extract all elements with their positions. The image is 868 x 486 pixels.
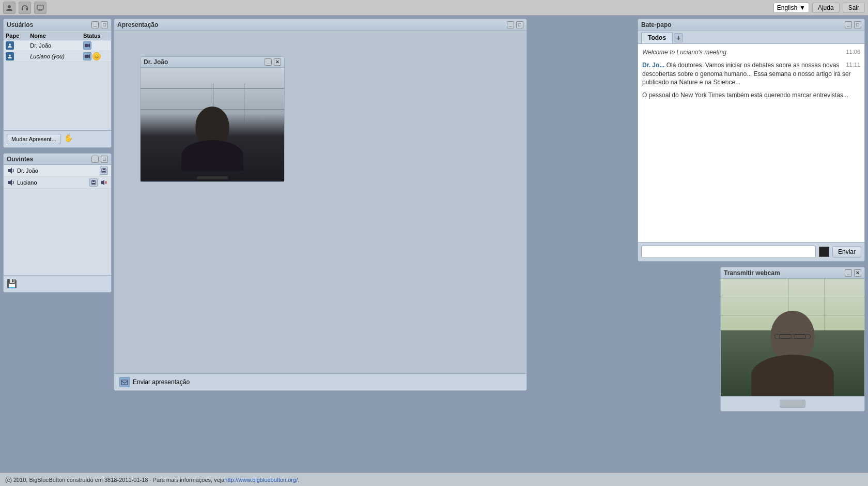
- batepapo-controls: _ □: [845, 21, 861, 28]
- chat-footer: Enviar: [638, 242, 864, 261]
- volume-icon[interactable]: [100, 178, 108, 187]
- webcam-video: [721, 279, 864, 396]
- camera-icon: [83, 41, 91, 50]
- batepapo-title: Bate-papo: [641, 21, 672, 28]
- users-panel: Usuários _ □ Pape Nome Status: [3, 19, 112, 148]
- chat-messages: 11:06 Welcome to Luciano's meeting. 11:1…: [638, 44, 864, 242]
- webcam-controls: _ ✕: [845, 269, 861, 277]
- col-status: Status: [81, 32, 111, 40]
- close-button[interactable]: ✕: [854, 269, 861, 277]
- smiley-icon: 😊: [92, 52, 101, 60]
- speaker-icon: [7, 166, 15, 175]
- webcam-panel: Transmitir webcam _ ✕: [720, 267, 865, 412]
- apresentacao-header: Apresentação _ □: [114, 19, 526, 31]
- svg-point-0: [8, 5, 11, 8]
- tab-add-button[interactable]: +: [674, 33, 683, 42]
- users-panel-title: Usuários: [7, 21, 33, 28]
- svg-rect-1: [22, 8, 23, 10]
- minimize-button[interactable]: _: [507, 21, 514, 28]
- language-label: English: [777, 4, 797, 11]
- message-sender: Dr. Jo...: [642, 62, 667, 69]
- video-popup-title: Dr. João: [144, 58, 168, 66]
- batepapo-header: Bate-papo _ □: [638, 19, 864, 31]
- ajuda-button[interactable]: Ajuda: [812, 3, 840, 13]
- svg-rect-21: [121, 380, 128, 385]
- listener-name: Luciano: [17, 179, 87, 186]
- apresentacao-controls: _ □: [507, 21, 523, 28]
- text-color-swatch[interactable]: [819, 247, 829, 257]
- svg-rect-3: [37, 5, 43, 9]
- users-table: Pape Nome Status Dr. João: [4, 32, 111, 62]
- sair-button[interactable]: Sair: [843, 3, 865, 13]
- video-frame: [141, 68, 284, 181]
- camera-icon: [83, 52, 91, 60]
- message-text: Welcome to Luciano's meeting.: [642, 49, 728, 56]
- svg-marker-18: [101, 180, 104, 185]
- website-link[interactable]: http://www.bigbluebutton.org/: [224, 477, 298, 483]
- list-item: Dr. João: [4, 165, 111, 177]
- svg-marker-10: [8, 168, 12, 174]
- svg-rect-5: [85, 44, 88, 47]
- language-selector[interactable]: English ▼: [773, 3, 809, 13]
- video-progress-bar[interactable]: [197, 176, 228, 179]
- svg-rect-13: [102, 171, 105, 172]
- svg-marker-9: [88, 54, 90, 58]
- user-name: Dr. João: [28, 40, 81, 51]
- ouvintes-panel-controls: _ □: [91, 156, 108, 163]
- enviar-button[interactable]: Enviar: [832, 246, 861, 257]
- ouvintes-panel-header: Ouvintes _ □: [4, 154, 111, 165]
- speaker-icon: [7, 178, 15, 187]
- users-panel-header: Usuários _ □: [4, 19, 111, 31]
- chat-message: 11:11 Dr. Jo... Olá doutores. Vamos inic…: [642, 61, 860, 87]
- icon-monitor[interactable]: [34, 2, 47, 14]
- chevron-down-icon: ▼: [799, 4, 805, 11]
- svg-rect-12: [103, 169, 105, 170]
- listener-name: Dr. João: [17, 168, 98, 174]
- close-button[interactable]: ✕: [274, 58, 281, 66]
- chat-input[interactable]: [641, 246, 816, 258]
- tab-todos[interactable]: Todos: [641, 32, 673, 43]
- webcam-header: Transmitir webcam _ ✕: [721, 267, 864, 279]
- maximize-button[interactable]: □: [101, 156, 108, 163]
- col-nome: Nome: [28, 32, 81, 40]
- ouvintes-panel: Ouvintes _ □ Dr. João Luciano: [3, 153, 112, 293]
- maximize-button[interactable]: □: [516, 21, 523, 28]
- message-time: 11:11: [846, 61, 860, 69]
- user-name: Luciano (you): [28, 51, 81, 62]
- save-icon[interactable]: [100, 166, 108, 175]
- minimize-button[interactable]: _: [845, 269, 852, 277]
- icon-headset[interactable]: [19, 2, 31, 14]
- batepapo-panel: Bate-papo _ □ Todos + 11:06 Welcome to L…: [638, 19, 865, 262]
- col-papel: Pape: [4, 32, 28, 40]
- enviar-apresentacao-label: Enviar apresentação: [133, 378, 190, 386]
- topbar: English ▼ Ajuda Sair: [0, 0, 868, 16]
- apresentacao-title: Apresentação: [117, 21, 158, 28]
- maximize-button[interactable]: □: [101, 21, 108, 28]
- webcam-control-button[interactable]: [780, 400, 805, 408]
- save-icon[interactable]: [89, 178, 98, 187]
- video-popup-controls: _ ✕: [265, 58, 281, 66]
- apresentacao-footer: Enviar apresentação: [114, 373, 526, 390]
- video-popup: Dr. João _ ✕: [140, 56, 285, 182]
- bottombar-suffix: .: [298, 477, 299, 483]
- svg-marker-6: [88, 43, 90, 48]
- webcam-title: Transmitir webcam: [724, 269, 780, 277]
- minimize-button[interactable]: _: [91, 156, 99, 163]
- bottombar: (c) 2010, BigBlueButton construído em 38…: [0, 473, 868, 486]
- icon-person[interactable]: [3, 2, 16, 14]
- svg-rect-17: [92, 183, 95, 184]
- minimize-button[interactable]: _: [91, 21, 99, 28]
- minimize-button[interactable]: _: [845, 21, 852, 28]
- raise-hand-icon[interactable]: ✋: [64, 134, 74, 144]
- svg-point-4: [9, 44, 11, 46]
- tabs-bar: Todos +: [638, 31, 864, 44]
- chat-message: O pessoal do New York Times também está …: [642, 91, 860, 100]
- mudar-apresent-button[interactable]: Mudar Apresent...: [7, 134, 61, 144]
- maximize-button[interactable]: □: [854, 21, 861, 28]
- save-footer-icon[interactable]: 💾: [7, 279, 17, 289]
- table-row: Dr. João: [4, 40, 111, 51]
- minimize-button[interactable]: _: [265, 58, 272, 66]
- apresentacao-body: Dr. João _ ✕: [114, 31, 526, 373]
- copyright-text: (c) 2010, BigBlueButton construído em 38…: [5, 477, 224, 483]
- users-panel-controls: _ □: [91, 21, 108, 28]
